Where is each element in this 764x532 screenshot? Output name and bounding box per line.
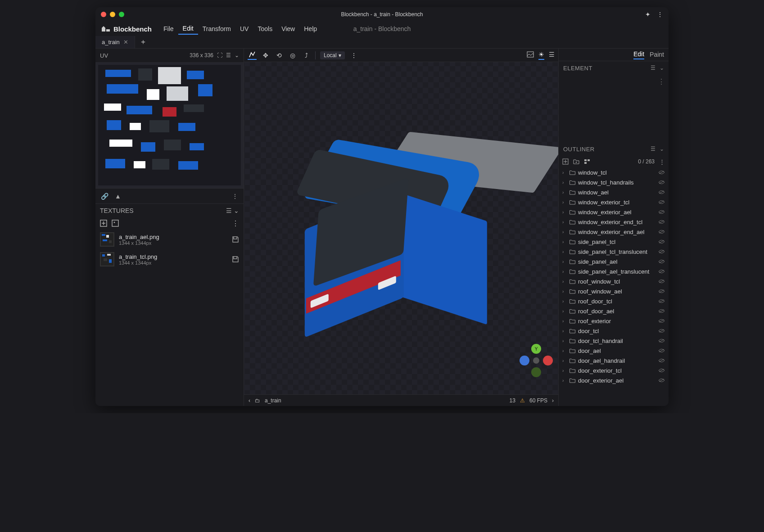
outliner-item[interactable]: ›side_panel_tcl <box>559 237 669 247</box>
texture-item[interactable]: a_train_tcl.png 1344 x 1344px <box>95 249 244 269</box>
settings-icon[interactable]: ☰ <box>226 52 231 59</box>
outliner-item[interactable]: ›window_exterior_end_ael <box>559 227 669 237</box>
uv-editor[interactable] <box>95 62 244 188</box>
chevron-down-icon[interactable]: ⌄ <box>660 65 665 71</box>
settings-icon[interactable]: ☰ <box>651 65 656 71</box>
mode-tab-paint[interactable]: Paint <box>650 51 664 59</box>
move-tool-icon[interactable] <box>248 51 257 60</box>
chevron-right-icon[interactable]: › <box>562 190 567 195</box>
chevron-right-icon[interactable]: › <box>562 210 567 215</box>
visibility-icon[interactable] <box>658 180 665 185</box>
outliner-item[interactable]: ›door_tcl_handrail <box>559 336 669 346</box>
visibility-icon[interactable] <box>658 279 665 284</box>
visibility-icon[interactable] <box>658 220 665 224</box>
outliner-item[interactable]: ›window_exterior_end_tcl <box>559 217 669 227</box>
axis-z-icon[interactable] <box>520 356 529 365</box>
outliner-item[interactable]: ›side_panel_tcl_translucent <box>559 247 669 257</box>
outliner-item[interactable]: ›window_tcl <box>559 167 669 177</box>
chevron-right-icon[interactable]: › <box>562 329 567 334</box>
outliner-item[interactable]: ›window_ael <box>559 187 669 197</box>
visibility-icon[interactable] <box>658 239 665 244</box>
outliner-tree[interactable]: ›window_tcl›window_tcl_handrails›window_… <box>559 167 669 406</box>
mirror-icon[interactable]: ▲ <box>115 193 121 200</box>
outliner-item[interactable]: ›door_ael_handrail <box>559 356 669 365</box>
kebab-menu-icon[interactable]: ⋮ <box>657 11 663 18</box>
chevron-right-icon[interactable]: › <box>562 348 567 353</box>
visibility-icon[interactable] <box>658 368 665 373</box>
vertex-tool-icon[interactable]: ⤴ <box>302 51 311 60</box>
outliner-item[interactable]: ›roof_door_tcl <box>559 296 669 306</box>
visibility-icon[interactable] <box>658 289 665 293</box>
chevron-right-icon[interactable]: › <box>562 180 567 185</box>
visibility-icon[interactable] <box>658 299 665 303</box>
mode-tab-edit[interactable]: Edit <box>633 50 644 59</box>
visibility-icon[interactable] <box>658 309 665 313</box>
chevron-right-icon[interactable]: › <box>562 289 567 294</box>
outliner-item[interactable]: ›window_tcl_handrails <box>559 177 669 187</box>
outliner-item[interactable]: ›door_exterior_ael <box>559 375 669 385</box>
outliner-item[interactable]: ›window_exterior_ael <box>559 207 669 217</box>
menu-help[interactable]: Help <box>299 23 321 34</box>
chevron-right-icon[interactable]: › <box>562 338 567 343</box>
add-tab-button[interactable]: ＋ <box>135 36 151 48</box>
chevron-right-icon[interactable]: › <box>562 170 567 175</box>
menu-view[interactable]: View <box>277 23 299 34</box>
fullscreen-icon[interactable]: ⛶ <box>217 52 222 59</box>
viewport-menu-icon[interactable]: ☰ <box>549 51 555 60</box>
visibility-icon[interactable] <box>658 259 665 264</box>
project-tab[interactable]: a_train ✕ <box>95 36 135 48</box>
element-kebab-icon[interactable]: ⋮ <box>658 77 665 86</box>
visibility-icon[interactable] <box>658 269 665 274</box>
chevron-down-icon[interactable]: ⌄ <box>660 146 665 152</box>
settings-icon[interactable]: ☰ <box>651 146 656 152</box>
chevron-right-icon[interactable]: › <box>562 269 567 274</box>
visibility-icon[interactable] <box>658 338 665 343</box>
close-icon[interactable]: ✕ <box>123 39 128 45</box>
outliner-item[interactable]: ›roof_exterior <box>559 316 669 326</box>
chevron-right-icon[interactable]: › <box>562 368 567 373</box>
outliner-item[interactable]: ›door_exterior_tcl <box>559 365 669 375</box>
link-icon[interactable]: 🔗 <box>101 193 108 200</box>
save-icon[interactable] <box>232 236 239 243</box>
chevron-right-icon[interactable]: › <box>562 230 567 234</box>
settings-icon[interactable]: ☰ <box>226 207 232 214</box>
visibility-icon[interactable] <box>658 230 665 234</box>
visibility-icon[interactable] <box>658 210 665 214</box>
outliner-kebab-icon[interactable]: ⋮ <box>659 158 665 165</box>
outliner-item[interactable]: ›roof_window_tcl <box>559 276 669 286</box>
outliner-item[interactable]: ›side_panel_ael_translucent <box>559 266 669 276</box>
chevron-right-icon[interactable]: › <box>562 309 567 314</box>
visibility-icon[interactable] <box>658 348 665 353</box>
import-texture-button[interactable] <box>112 220 119 227</box>
toolbar-kebab-icon[interactable]: ⋮ <box>349 51 358 60</box>
warning-icon[interactable]: ⚠ <box>520 397 525 404</box>
axis-x-icon[interactable] <box>543 356 553 365</box>
outliner-item[interactable]: ›window_exterior_tcl <box>559 197 669 207</box>
axis-y-icon[interactable]: Y <box>531 344 541 354</box>
background-icon[interactable] <box>527 51 534 60</box>
chevron-down-icon[interactable]: ⌄ <box>234 207 239 214</box>
breadcrumb-back-icon[interactable]: ‹ <box>249 397 250 404</box>
app-logo[interactable]: Blockbench <box>101 25 152 33</box>
chevron-right-icon[interactable]: › <box>562 299 567 304</box>
pivot-tool-icon[interactable]: ◎ <box>288 51 297 60</box>
close-window-button[interactable] <box>101 12 106 17</box>
visibility-icon[interactable] <box>658 200 665 204</box>
chevron-down-icon[interactable]: ⌄ <box>235 52 239 59</box>
shading-icon[interactable]: ☀ <box>538 51 544 60</box>
chevron-right-icon[interactable]: › <box>562 279 567 284</box>
axis-neg-y-icon[interactable] <box>531 367 541 377</box>
visibility-icon[interactable] <box>658 329 665 333</box>
visibility-icon[interactable] <box>658 190 665 194</box>
menu-edit[interactable]: Edit <box>178 23 198 35</box>
chevron-right-icon[interactable]: › <box>562 239 567 244</box>
minimize-window-button[interactable] <box>110 12 115 17</box>
texture-item[interactable]: a_train_ael.png 1344 x 1344px <box>95 230 244 249</box>
visibility-icon[interactable] <box>658 319 665 323</box>
rotate-tool-icon[interactable]: ⟲ <box>275 51 284 60</box>
uv-kebab-icon[interactable]: ⋮ <box>232 193 238 200</box>
outliner-item[interactable]: ›roof_door_ael <box>559 306 669 316</box>
add-group-button[interactable] <box>573 158 579 165</box>
transform-space-selector[interactable]: Local ▾ <box>320 51 345 59</box>
visibility-icon[interactable] <box>658 378 665 383</box>
